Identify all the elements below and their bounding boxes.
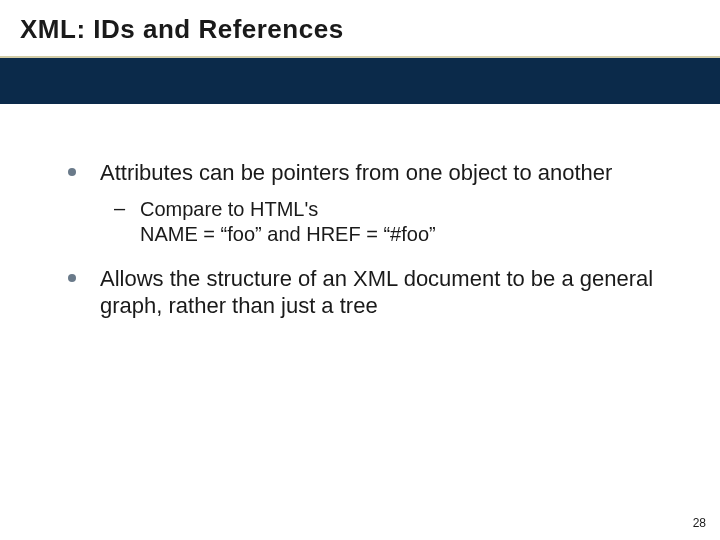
- bullet-dot-icon: [68, 274, 76, 282]
- bullet-text: Attributes can be pointers from one obje…: [100, 159, 680, 187]
- slide-content: Attributes can be pointers from one obje…: [0, 104, 720, 320]
- page-number: 28: [693, 516, 706, 530]
- header-band: [0, 56, 720, 104]
- bullet-dot-icon: [68, 168, 76, 176]
- bullet-text: Allows the structure of an XML document …: [100, 265, 680, 320]
- slide-title: XML: IDs and References: [20, 14, 700, 45]
- bullet-item: Allows the structure of an XML document …: [40, 265, 680, 320]
- dash-icon: –: [114, 197, 125, 220]
- bullet-item: Attributes can be pointers from one obje…: [40, 159, 680, 247]
- sub-list: – Compare to HTML's NAME = “foo” and HRE…: [100, 197, 680, 247]
- sub-item: – Compare to HTML's NAME = “foo” and HRE…: [100, 197, 680, 247]
- sub-text-line1: Compare to HTML's: [140, 197, 680, 222]
- bullet-list: Attributes can be pointers from one obje…: [40, 159, 680, 320]
- sub-text-line2: NAME = “foo” and HREF = “#foo”: [140, 222, 680, 247]
- title-area: XML: IDs and References: [0, 0, 720, 56]
